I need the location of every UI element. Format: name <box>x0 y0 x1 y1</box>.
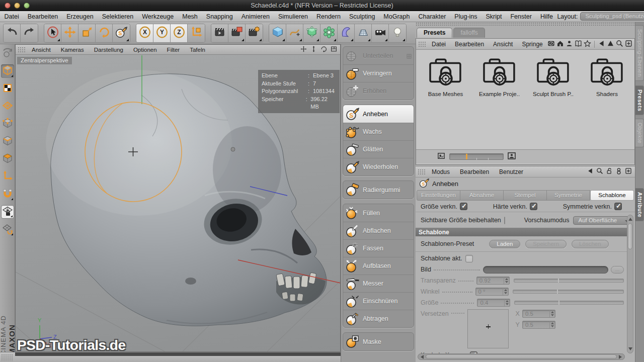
axis-mode-button[interactable] <box>1 170 14 184</box>
menu-bearbeiten[interactable]: Bearbeiten <box>23 13 62 20</box>
viewport-dolly-button[interactable] <box>310 46 317 53</box>
home-button[interactable] <box>556 40 564 49</box>
back-arrow-button[interactable] <box>587 167 594 176</box>
deformer-button[interactable] <box>338 24 355 42</box>
attributes-menu-benutzer[interactable]: Benutzer <box>494 168 528 175</box>
workplane-mode-button[interactable] <box>1 100 14 113</box>
spinner-arrows[interactable] <box>503 288 508 295</box>
image-path-field[interactable] <box>483 266 608 274</box>
coord-system-button[interactable] <box>188 24 205 42</box>
user-button[interactable] <box>566 40 573 49</box>
scroll-right-button[interactable] <box>617 354 624 359</box>
workplane-button[interactable] <box>1 223 14 236</box>
edges-mode-button[interactable] <box>1 135 14 148</box>
presets-grip[interactable] <box>418 41 426 47</box>
magnifier-button[interactable] <box>616 40 623 49</box>
favorites-button[interactable] <box>584 40 591 49</box>
spinner-arrows[interactable] <box>504 277 509 284</box>
attr-tab-stempel[interactable]: Stempel <box>504 190 547 201</box>
back-arrow-button[interactable] <box>598 40 605 49</box>
menu-fenster[interactable]: Fenster <box>506 13 536 20</box>
texture-mode-button[interactable] <box>1 82 14 96</box>
sculpt-tool-f-llen[interactable]: Füllen <box>343 204 414 222</box>
presets-menu-bearbeiten[interactable]: Bearbeiten <box>450 41 489 48</box>
sculpt-tool-verringern[interactable]: Verringern <box>343 64 414 82</box>
close-window-button[interactable] <box>5 3 11 9</box>
menu-plug-ins[interactable]: Plug-ins <box>450 13 481 20</box>
viewport-grip[interactable] <box>18 47 26 53</box>
scale-button[interactable] <box>78 24 96 42</box>
viewport-menu-kameras[interactable]: Kameras <box>56 47 89 53</box>
sculpt-tool-messer[interactable]: Messer <box>343 275 414 292</box>
tab-presets[interactable]: Presets <box>417 28 452 38</box>
axis-y-button[interactable]: Y <box>153 24 171 42</box>
menu-charakter[interactable]: Charakter <box>414 13 450 20</box>
attr-tab-abnahme[interactable]: Abnahme <box>460 190 504 201</box>
link-checkbox[interactable] <box>614 203 622 210</box>
preview-mode-select[interactable]: Auf Oberfläche <box>573 216 632 225</box>
sculpt-tool-wiederholen[interactable]: Wiederholen <box>343 158 414 175</box>
viewport-menu-tafeln[interactable]: Tafeln <box>185 47 210 53</box>
sculpt-tool-einschn-ren[interactable]: Einschnüren <box>343 292 414 310</box>
model-mode-button[interactable] <box>1 64 14 78</box>
laden-button[interactable]: Laden <box>489 240 520 248</box>
polygons-mode-button[interactable] <box>1 152 14 166</box>
minimize-window-button[interactable] <box>14 3 20 9</box>
menu-rendern[interactable]: Rendern <box>312 13 345 20</box>
link-checkbox[interactable] <box>530 203 537 210</box>
tab-falloffs[interactable]: falloffs <box>453 28 485 38</box>
viewport-orbit-button[interactable] <box>320 46 327 53</box>
axis-z-button[interactable]: Z <box>171 24 188 42</box>
undo-button[interactable] <box>4 24 21 42</box>
spline-button[interactable] <box>286 24 303 42</box>
sculpt-pen-button[interactable]: S <box>113 24 130 42</box>
viewport-menu-ansicht[interactable]: Ansicht <box>27 47 56 53</box>
zoom-window-button[interactable] <box>24 3 30 9</box>
attr-tab-einstellungen[interactable]: Einstellungen <box>417 190 460 201</box>
l-schen-button[interactable]: Löschen <box>572 240 608 248</box>
offset-x-spinner[interactable]: 0.5 <box>522 310 555 318</box>
side-tab-sculpting-ebenen[interactable]: Sculpting-Ebenen <box>635 25 644 81</box>
visible-size-checkbox[interactable] <box>504 217 505 224</box>
light-button[interactable] <box>389 24 406 42</box>
stencil-active-checkbox[interactable] <box>465 255 473 262</box>
offset-pad[interactable] <box>467 309 509 348</box>
sculpt-tool-gl-tten[interactable]: Glätten <box>343 140 414 158</box>
move-button[interactable] <box>61 24 78 42</box>
plus-box-button[interactable] <box>625 40 632 49</box>
sculpt-tool-unterteilen[interactable]: Unterteilen <box>343 47 414 64</box>
gr-e-spinner[interactable]: 0.4 <box>477 299 510 307</box>
cube-primitive-button[interactable] <box>269 24 286 42</box>
horizontal-scrollbar[interactable] <box>418 353 625 360</box>
plus-box-button[interactable] <box>625 167 632 176</box>
points-mode-button[interactable] <box>1 117 14 131</box>
snap-button[interactable] <box>1 188 14 201</box>
scroll-up-button[interactable] <box>627 216 633 223</box>
sculpt-tool-maske[interactable]: Maske <box>343 333 414 350</box>
attr-tab-schablone[interactable]: Schablone <box>590 190 634 201</box>
sculpt-tool-erh-hen[interactable]: Erhöhen <box>343 82 414 100</box>
folder-shaders[interactable]: Shaders <box>583 57 631 149</box>
menu-werkzeuge[interactable]: Werkzeuge <box>138 13 178 20</box>
nav-up-button[interactable] <box>607 40 614 49</box>
user-data-button[interactable] <box>615 167 622 176</box>
menu-erzeugen[interactable]: Erzeugen <box>62 13 98 20</box>
menu-sculpting[interactable]: Sculpting <box>345 13 379 20</box>
viewport-menu-filter[interactable]: Filter <box>162 47 185 53</box>
sculpt-tool-wachs[interactable]: Wachs <box>343 123 414 140</box>
environment-button[interactable] <box>355 24 372 42</box>
browse-image-button[interactable]: ... <box>611 266 624 274</box>
sculpt-tool-abtragen[interactable]: Abtragen <box>343 310 414 327</box>
menu-datei[interactable]: Datei <box>0 13 23 20</box>
axis-x-button[interactable]: X <box>136 24 153 42</box>
lock-workplane-button[interactable] <box>1 205 14 219</box>
winkel-spinner[interactable]: 0 ° <box>475 288 509 296</box>
menu-animieren[interactable]: Animieren <box>237 13 274 20</box>
attributes-menu-bearbeiten[interactable]: Bearbeiten <box>455 168 494 175</box>
menu-simulieren[interactable]: Simulieren <box>274 13 312 20</box>
scroll-down-button[interactable] <box>627 345 633 352</box>
redo-button[interactable] <box>21 24 38 42</box>
layout-select[interactable]: Sculpting_psd (Benutzer) <box>580 12 644 21</box>
viewport-menu-optionen[interactable]: Optionen <box>128 47 162 53</box>
menu-snapping[interactable]: Snapping <box>202 13 237 20</box>
